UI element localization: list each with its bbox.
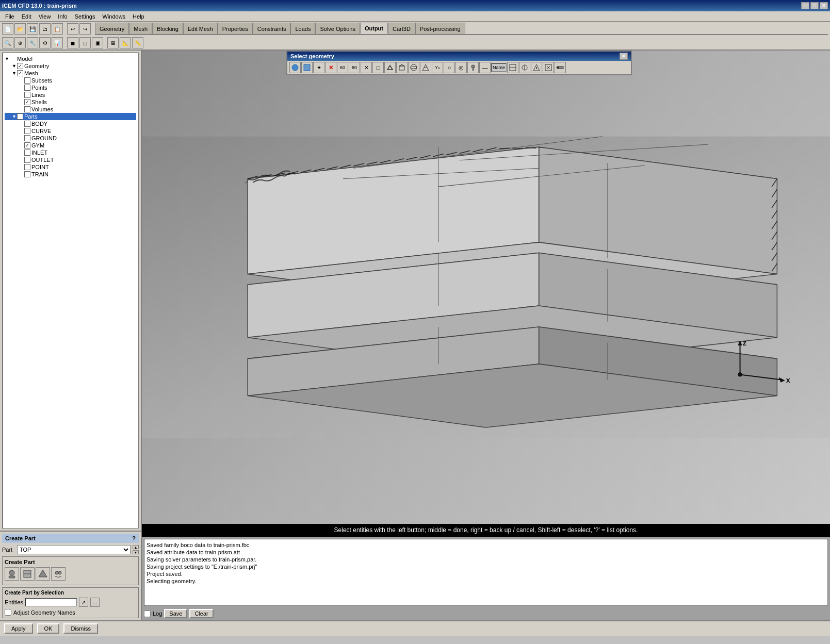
- dialog-btn-icon3[interactable]: [531, 62, 542, 73]
- menu-info[interactable]: Info: [55, 13, 70, 20]
- tab-geometry[interactable]: Geometry: [95, 23, 129, 34]
- dialog-btn-3[interactable]: ✦: [313, 62, 324, 73]
- toolbar-btn-r9[interactable]: 🖥: [107, 37, 119, 48]
- dialog-btn-2[interactable]: [301, 62, 313, 73]
- dialog-btn-x[interactable]: ✕: [325, 62, 336, 73]
- create-part-btn-3[interactable]: [36, 567, 50, 581]
- tree-item[interactable]: Subsets: [5, 77, 136, 84]
- menu-help[interactable]: Help: [129, 13, 148, 20]
- dialog-btn-60[interactable]: 60: [337, 62, 348, 73]
- tree-item[interactable]: BODY: [5, 120, 136, 127]
- toolbar-btn-r8[interactable]: ▣: [92, 37, 103, 48]
- tab-blocking[interactable]: Blocking: [152, 23, 183, 34]
- ok-button[interactable]: OK: [37, 623, 60, 634]
- menu-view[interactable]: View: [36, 13, 54, 20]
- dialog-btn-1[interactable]: [289, 62, 301, 73]
- dialog-btn-box[interactable]: [396, 62, 408, 73]
- tree-item[interactable]: TRAIN: [5, 171, 136, 178]
- toolbar-btn-r4[interactable]: ⚙: [39, 37, 51, 48]
- part-select[interactable]: TOP: [17, 545, 131, 554]
- dialog-btn-icon2[interactable]: [519, 62, 530, 73]
- tab-output[interactable]: Output: [360, 23, 388, 34]
- toolbar-btn-new[interactable]: 📄: [2, 23, 13, 35]
- maximize-button[interactable]: □: [810, 2, 819, 9]
- dialog-btn-sphere[interactable]: [408, 62, 419, 73]
- tab-edit-mesh[interactable]: Edit Mesh: [183, 23, 218, 34]
- log-clear-button[interactable]: Clear: [189, 609, 213, 618]
- tab-cart3d[interactable]: Cart3D: [388, 23, 415, 34]
- dialog-btn-icon4[interactable]: [543, 62, 554, 73]
- minimize-button[interactable]: —: [801, 2, 809, 9]
- tree-item[interactable]: Points: [5, 84, 136, 91]
- adjust-geometry-checkbox[interactable]: [5, 609, 11, 616]
- dialog-btn-target[interactable]: ◎: [455, 62, 467, 73]
- dialog-btn-pin[interactable]: [467, 62, 479, 73]
- toolbar-btn-undo[interactable]: ↩: [67, 23, 78, 35]
- toolbar-btn-r6[interactable]: ◼: [67, 37, 78, 48]
- entities-input[interactable]: [25, 598, 77, 606]
- toolbar-btn-open[interactable]: 📂: [14, 23, 26, 35]
- tab-mesh[interactable]: Mesh: [129, 23, 152, 34]
- toolbar-btn-r5[interactable]: 📊: [52, 37, 63, 48]
- toolbar-btn-save2[interactable]: 🗂: [39, 23, 51, 35]
- tree-item[interactable]: GROUND: [5, 135, 136, 142]
- entities-more-btn[interactable]: …: [90, 598, 100, 607]
- tab-postprocessing[interactable]: Post-processing: [415, 23, 465, 34]
- tab-properties[interactable]: Properties: [218, 23, 253, 34]
- tree-item[interactable]: ▼Geometry: [5, 62, 136, 70]
- menu-windows[interactable]: Windows: [99, 13, 128, 20]
- tree-item[interactable]: ▼Parts: [5, 113, 136, 120]
- create-part-btn-1[interactable]: [5, 567, 19, 581]
- apply-button[interactable]: Apply: [4, 623, 33, 634]
- dismiss-button[interactable]: Dismiss: [63, 623, 98, 634]
- toolbar-btn-r10[interactable]: 📐: [120, 37, 131, 48]
- log-area[interactable]: Saved family boco data to train-prism.fb…: [144, 539, 828, 606]
- scroll-down-btn[interactable]: ▼: [133, 550, 139, 554]
- tree-item[interactable]: Volumes: [5, 106, 136, 113]
- tree-item[interactable]: OUTLET: [5, 156, 136, 163]
- menu-file[interactable]: File: [2, 13, 18, 20]
- log-save-button[interactable]: Save: [164, 609, 187, 618]
- entities-pick-btn[interactable]: ↗: [79, 598, 88, 607]
- dialog-btn-circle[interactable]: ○: [444, 62, 455, 73]
- dialog-btn-s[interactable]: [384, 62, 396, 73]
- dialog-close-button[interactable]: ✕: [620, 53, 628, 60]
- toolbar-btn-r1[interactable]: 🔍: [2, 37, 13, 48]
- tree-item[interactable]: Lines: [5, 91, 136, 98]
- toolbar-btn-5[interactable]: 📋: [52, 23, 63, 35]
- create-part-btn-4[interactable]: [51, 567, 66, 581]
- dialog-btn-x2[interactable]: ✕: [361, 62, 372, 73]
- create-part-btn-2[interactable]: [20, 567, 35, 581]
- tree-item[interactable]: ▼Mesh: [5, 70, 136, 77]
- tree-item[interactable]: Shells: [5, 98, 136, 106]
- tab-loads[interactable]: Loads: [290, 23, 315, 34]
- toolbar-btn-r11[interactable]: 📏: [132, 37, 143, 48]
- dialog-btn-mesh[interactable]: [420, 62, 431, 73]
- dialog-btn-square[interactable]: □: [372, 62, 384, 73]
- viewport[interactable]: z x: [142, 51, 830, 524]
- dialog-btn-dash[interactable]: —: [479, 62, 491, 73]
- dialog-btn-y[interactable]: Y₀: [432, 62, 443, 73]
- tree-view[interactable]: ▼Model▼Geometry▼MeshSubsetsPointsLinesSh…: [2, 53, 139, 529]
- dialog-btn-icon1[interactable]: [507, 62, 518, 73]
- menu-settings[interactable]: Settings: [72, 13, 99, 20]
- toolbar-btn-r7[interactable]: ◻: [79, 37, 91, 48]
- toolbar-btn-r2[interactable]: ⊕: [14, 37, 26, 48]
- close-button[interactable]: ✕: [820, 2, 828, 9]
- tab-solve-options[interactable]: Solve Options: [315, 23, 360, 34]
- tree-item[interactable]: INLET: [5, 149, 136, 156]
- log-checkbox[interactable]: [144, 610, 151, 617]
- help-icon[interactable]: ?: [132, 535, 136, 541]
- tree-item[interactable]: POINT: [5, 163, 136, 171]
- tree-item[interactable]: GYM: [5, 142, 136, 149]
- tab-constraints[interactable]: Constraints: [253, 23, 291, 34]
- tree-item[interactable]: CURVE: [5, 127, 136, 135]
- toolbar-btn-save[interactable]: 💾: [27, 23, 38, 35]
- scroll-up-btn[interactable]: ▲: [133, 545, 139, 549]
- toolbar-btn-r3[interactable]: 🔧: [27, 37, 38, 48]
- menu-edit[interactable]: Edit: [19, 13, 35, 20]
- tree-item[interactable]: ▼Model: [5, 55, 136, 62]
- dialog-btn-80[interactable]: 80: [349, 62, 360, 73]
- toolbar-btn-redo[interactable]: ↪: [79, 23, 91, 35]
- dialog-btn-icon5[interactable]: [555, 62, 566, 73]
